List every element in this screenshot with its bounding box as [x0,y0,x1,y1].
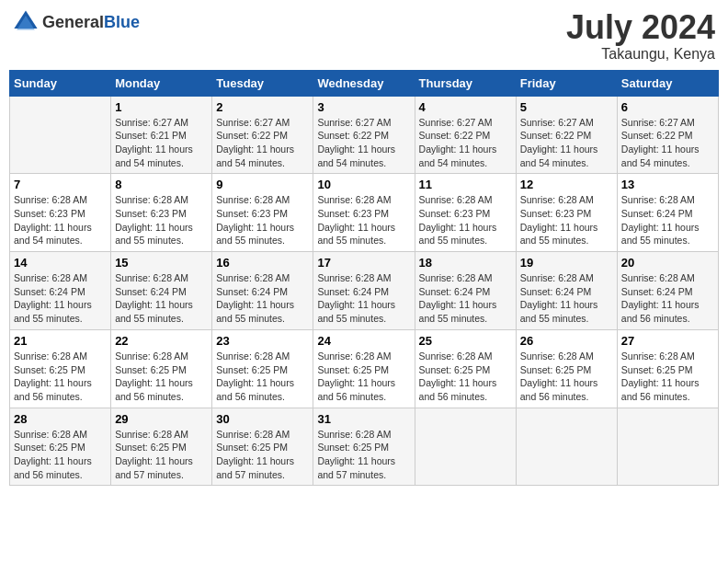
day-info: Sunrise: 6:27 AM Sunset: 6:22 PM Dayligh… [621,116,714,170]
day-number: 22 [115,334,208,348]
day-header: Friday [516,70,617,96]
calendar-cell: 27Sunrise: 6:28 AM Sunset: 6:25 PM Dayli… [617,329,718,408]
calendar-cell: 5Sunrise: 6:27 AM Sunset: 6:22 PM Daylig… [516,96,617,174]
calendar-cell: 24Sunrise: 6:28 AM Sunset: 6:25 PM Dayli… [313,329,415,408]
day-info: Sunrise: 6:27 AM Sunset: 6:21 PM Dayligh… [115,116,208,170]
day-info: Sunrise: 6:28 AM Sunset: 6:25 PM Dayligh… [216,428,309,482]
day-number: 16 [216,256,309,270]
day-info: Sunrise: 6:28 AM Sunset: 6:23 PM Dayligh… [216,193,309,247]
location-title: Takaungu, Kenya [566,46,715,63]
day-info: Sunrise: 6:28 AM Sunset: 6:24 PM Dayligh… [621,193,714,247]
logo-general: General [42,13,104,31]
calendar-cell: 6Sunrise: 6:27 AM Sunset: 6:22 PM Daylig… [617,96,718,174]
day-number: 23 [216,334,309,348]
calendar-cell: 1Sunrise: 6:27 AM Sunset: 6:21 PM Daylig… [111,96,212,174]
day-info: Sunrise: 6:28 AM Sunset: 6:24 PM Dayligh… [216,271,309,326]
calendar-cell [617,408,718,486]
day-number: 8 [115,178,208,191]
day-header: Sunday [10,70,111,96]
day-number: 26 [520,334,613,348]
calendar-cell: 26Sunrise: 6:28 AM Sunset: 6:25 PM Dayli… [516,329,617,408]
calendar-cell: 12Sunrise: 6:28 AM Sunset: 6:23 PM Dayli… [516,174,617,252]
day-info: Sunrise: 6:27 AM Sunset: 6:22 PM Dayligh… [419,116,512,170]
day-info: Sunrise: 6:28 AM Sunset: 6:23 PM Dayligh… [115,193,208,247]
page-header: GeneralBlue July 2024 Takaungu, Kenya [9,9,719,63]
calendar-cell: 13Sunrise: 6:28 AM Sunset: 6:24 PM Dayli… [617,174,718,252]
calendar-cell: 3Sunrise: 6:27 AM Sunset: 6:22 PM Daylig… [313,96,415,174]
calendar-cell: 18Sunrise: 6:28 AM Sunset: 6:24 PM Dayli… [415,252,516,330]
day-number: 2 [216,100,309,114]
day-header: Saturday [617,70,718,96]
day-number: 27 [621,334,714,348]
calendar-cell: 28Sunrise: 6:28 AM Sunset: 6:25 PM Dayli… [10,408,111,486]
calendar-week-row: 28Sunrise: 6:28 AM Sunset: 6:25 PM Dayli… [10,408,719,486]
calendar-cell: 15Sunrise: 6:28 AM Sunset: 6:24 PM Dayli… [111,252,212,330]
calendar-cell: 4Sunrise: 6:27 AM Sunset: 6:22 PM Daylig… [415,96,516,174]
day-info: Sunrise: 6:28 AM Sunset: 6:25 PM Dayligh… [317,350,410,404]
day-number: 7 [14,178,107,191]
day-number: 5 [520,100,613,114]
day-header: Tuesday [212,70,313,96]
day-number: 21 [14,334,107,348]
day-info: Sunrise: 6:28 AM Sunset: 6:24 PM Dayligh… [621,271,714,326]
day-number: 29 [115,412,208,426]
calendar-cell: 21Sunrise: 6:28 AM Sunset: 6:25 PM Dayli… [10,329,111,408]
month-title: July 2024 [566,9,715,46]
day-number: 19 [520,256,613,270]
calendar-cell: 10Sunrise: 6:28 AM Sunset: 6:23 PM Dayli… [313,174,415,252]
logo: GeneralBlue [13,9,140,35]
calendar-cell: 9Sunrise: 6:28 AM Sunset: 6:23 PM Daylig… [212,174,313,252]
day-info: Sunrise: 6:28 AM Sunset: 6:24 PM Dayligh… [317,271,410,326]
day-number: 17 [317,256,410,270]
day-info: Sunrise: 6:28 AM Sunset: 6:23 PM Dayligh… [14,193,107,247]
day-number: 14 [14,256,107,270]
day-number: 6 [621,100,714,114]
day-number: 13 [621,178,714,191]
day-number: 11 [419,178,512,191]
day-info: Sunrise: 6:27 AM Sunset: 6:22 PM Dayligh… [216,116,309,170]
day-info: Sunrise: 6:28 AM Sunset: 6:24 PM Dayligh… [14,271,107,326]
day-number: 28 [14,412,107,426]
day-info: Sunrise: 6:28 AM Sunset: 6:25 PM Dayligh… [216,350,309,404]
day-info: Sunrise: 6:27 AM Sunset: 6:22 PM Dayligh… [520,116,613,170]
calendar-cell [516,408,617,486]
day-info: Sunrise: 6:28 AM Sunset: 6:23 PM Dayligh… [419,193,512,247]
header-row: SundayMondayTuesdayWednesdayThursdayFrid… [10,70,719,96]
logo-icon [13,9,39,35]
day-number: 20 [621,256,714,270]
calendar-cell: 20Sunrise: 6:28 AM Sunset: 6:24 PM Dayli… [617,252,718,330]
calendar-week-row: 21Sunrise: 6:28 AM Sunset: 6:25 PM Dayli… [10,329,719,408]
calendar-week-row: 14Sunrise: 6:28 AM Sunset: 6:24 PM Dayli… [10,252,719,330]
day-number: 4 [419,100,512,114]
calendar-table: SundayMondayTuesdayWednesdayThursdayFrid… [9,70,719,487]
day-number: 18 [419,256,512,270]
day-header: Wednesday [313,70,415,96]
calendar-week-row: 7Sunrise: 6:28 AM Sunset: 6:23 PM Daylig… [10,174,719,252]
calendar-week-row: 1Sunrise: 6:27 AM Sunset: 6:21 PM Daylig… [10,96,719,174]
calendar-cell: 19Sunrise: 6:28 AM Sunset: 6:24 PM Dayli… [516,252,617,330]
day-info: Sunrise: 6:28 AM Sunset: 6:24 PM Dayligh… [520,271,613,326]
day-number: 31 [317,412,410,426]
day-info: Sunrise: 6:28 AM Sunset: 6:24 PM Dayligh… [419,271,512,326]
calendar-cell: 17Sunrise: 6:28 AM Sunset: 6:24 PM Dayli… [313,252,415,330]
day-number: 25 [419,334,512,348]
calendar-cell: 31Sunrise: 6:28 AM Sunset: 6:25 PM Dayli… [313,408,415,486]
day-info: Sunrise: 6:28 AM Sunset: 6:25 PM Dayligh… [317,428,410,482]
day-number: 12 [520,178,613,191]
day-info: Sunrise: 6:28 AM Sunset: 6:25 PM Dayligh… [14,428,107,482]
calendar-cell: 14Sunrise: 6:28 AM Sunset: 6:24 PM Dayli… [10,252,111,330]
day-info: Sunrise: 6:27 AM Sunset: 6:22 PM Dayligh… [317,116,410,170]
day-number: 24 [317,334,410,348]
day-info: Sunrise: 6:28 AM Sunset: 6:25 PM Dayligh… [14,350,107,404]
day-info: Sunrise: 6:28 AM Sunset: 6:25 PM Dayligh… [115,350,208,404]
day-number: 30 [216,412,309,426]
day-number: 3 [317,100,410,114]
day-info: Sunrise: 6:28 AM Sunset: 6:25 PM Dayligh… [419,350,512,404]
calendar-cell: 30Sunrise: 6:28 AM Sunset: 6:25 PM Dayli… [212,408,313,486]
day-info: Sunrise: 6:28 AM Sunset: 6:25 PM Dayligh… [115,428,208,482]
calendar-cell [415,408,516,486]
day-number: 10 [317,178,410,191]
day-number: 9 [216,178,309,191]
calendar-cell: 8Sunrise: 6:28 AM Sunset: 6:23 PM Daylig… [111,174,212,252]
day-info: Sunrise: 6:28 AM Sunset: 6:23 PM Dayligh… [520,193,613,247]
